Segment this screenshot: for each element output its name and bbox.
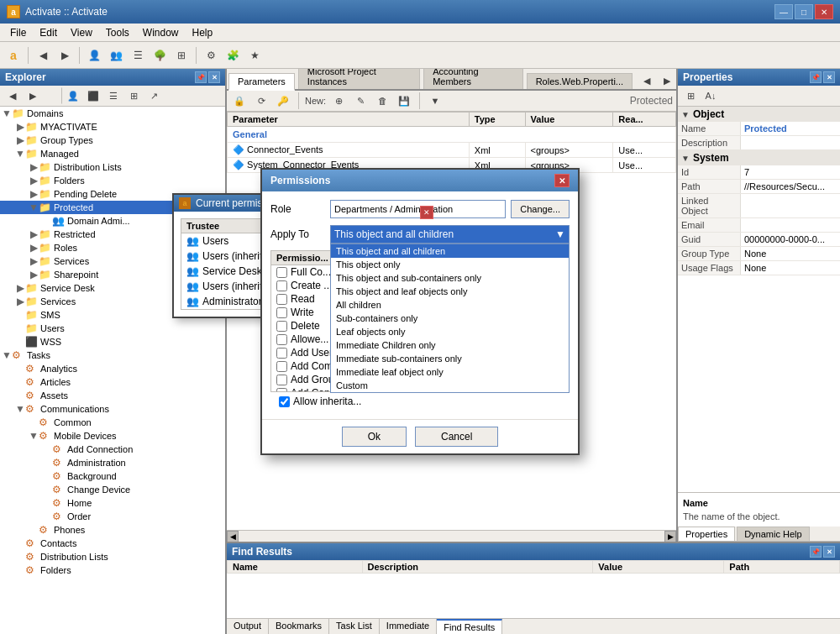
cb-label: Read: [291, 293, 315, 305]
dialog-main-buttons: Ok Cancel: [262, 419, 578, 453]
cb-add-computer[interactable]: [276, 361, 287, 372]
permissions-close-btn[interactable]: ✕: [554, 174, 570, 187]
admin-icon: 👥: [186, 296, 199, 307]
trustee-label: Service Desk: [202, 265, 262, 277]
option-imm-leaf[interactable]: Immediate leaf object only: [331, 365, 569, 379]
cb-create[interactable]: [276, 280, 287, 291]
option-sub-containers[interactable]: This object and sub-containers only: [331, 271, 569, 285]
option-all-children[interactable]: This object and all children: [331, 244, 569, 258]
option-immediate[interactable]: Immediate Children only: [331, 338, 569, 352]
trustee-label: Users: [202, 235, 228, 247]
cb-read[interactable]: [276, 294, 287, 305]
permissions-title: Permissions: [270, 175, 330, 186]
dropdown-selected-value[interactable]: This object and all children ▼: [330, 225, 570, 244]
role-input[interactable]: [330, 200, 506, 218]
cb-inherit[interactable]: [279, 396, 290, 407]
cb-write[interactable]: [276, 307, 287, 318]
permissions-title-bar: Permissions ✕: [262, 170, 578, 191]
cb-delete[interactable]: [276, 321, 287, 332]
apply-to-dropdown[interactable]: This object and all children ▼ This obje…: [330, 225, 570, 244]
cb-label: Write: [291, 307, 314, 318]
users-icon: 👥: [186, 280, 199, 292]
servicedesk-icon: 👥: [186, 265, 199, 277]
inherit-row: Allow inherita...: [270, 392, 570, 411]
option-imm-sub[interactable]: Immediate sub-containers only: [331, 352, 569, 365]
cb-label: Create ...: [291, 280, 332, 291]
apply-to-label: Apply To: [270, 228, 325, 240]
cb-label: Delete: [291, 320, 320, 332]
cb-label: Full Co...: [291, 266, 331, 278]
apply-to-row: Apply To This object and all children ▼ …: [270, 225, 570, 244]
selected-option: This object and all children: [334, 228, 454, 240]
cb-label: Allowe...: [291, 333, 328, 345]
dropdown-list[interactable]: This object and all children This object…: [330, 244, 570, 393]
dropdown-arrow: ▼: [555, 228, 565, 240]
cb-add-user[interactable]: [276, 348, 287, 359]
option-sub-containers-only[interactable]: Sub-containers only: [331, 312, 569, 325]
small-dialog-icon: a: [179, 197, 191, 209]
cb-add-contact[interactable]: [276, 388, 287, 392]
cb-label: Add User: [291, 347, 333, 359]
change-button[interactable]: Change...: [511, 200, 570, 218]
small-dialog-x-btn[interactable]: ✕: [420, 206, 433, 219]
cb-full-control[interactable]: [276, 267, 287, 278]
trustee-label: Administrators: [202, 296, 267, 307]
dialog-ok-button[interactable]: Ok: [342, 427, 407, 447]
role-label: Role: [270, 203, 325, 215]
users-icon: 👥: [186, 235, 199, 247]
option-this-only[interactable]: This object only: [331, 258, 569, 271]
permissions-body: Role Change... Apply To This object and …: [262, 191, 578, 419]
users-icon: 👥: [186, 250, 199, 262]
option-all-children-2[interactable]: All children: [331, 298, 569, 312]
cb-allowed[interactable]: [276, 334, 287, 345]
dialog-cancel-button[interactable]: Cancel: [415, 427, 498, 447]
option-leaf[interactable]: This object and leaf objects only: [331, 285, 569, 298]
inherit-label: Allow inherita...: [293, 396, 361, 407]
option-custom[interactable]: Custom: [331, 379, 569, 392]
dialogs-overlay: a Current permissio... Trustee 👥 Users 👥…: [0, 0, 840, 634]
cb-add-groups[interactable]: [276, 375, 287, 385]
option-leaf-only[interactable]: Leaf objects only: [331, 325, 569, 338]
